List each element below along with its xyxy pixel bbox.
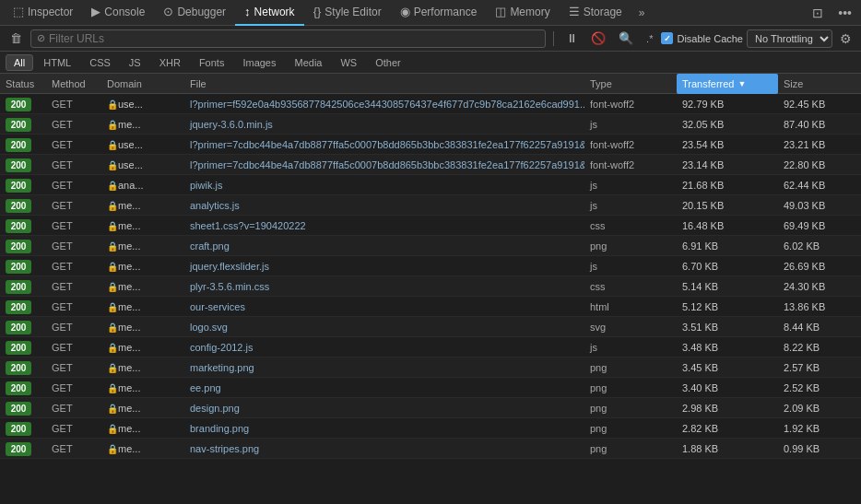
td-domain: 🔒 me... (101, 236, 184, 256)
td-domain: 🔒 me... (101, 357, 184, 378)
tab-console[interactable]: ▶ Console (82, 0, 154, 26)
th-method[interactable]: Method (46, 74, 101, 94)
tab-performance[interactable]: ◉ Performance (391, 0, 487, 26)
dock-button[interactable]: ⊡ (807, 4, 829, 22)
td-status: 200 (0, 276, 46, 297)
td-type: png (584, 439, 677, 459)
td-size: 22.80 KB (778, 155, 861, 175)
td-type: js (584, 195, 677, 216)
status-badge: 200 (6, 199, 31, 213)
clear-button[interactable]: 🗑 (6, 29, 27, 47)
td-method: GET (46, 398, 101, 418)
table-row[interactable]: 200 GET 🔒 me... plyr-3.5.6.min.css css 5… (0, 276, 861, 297)
table-row[interactable]: 200 GET 🔒 use... l?primer=f592e0a4b93568… (0, 94, 861, 114)
filter-input[interactable] (49, 32, 539, 45)
td-file: logo.svg (184, 317, 584, 337)
th-file[interactable]: File (184, 74, 584, 94)
status-badge: 200 (6, 219, 31, 233)
settings-gear-button[interactable]: ⚙ (836, 29, 855, 48)
table-row[interactable]: 200 GET 🔒 me... analytics.js js 20.15 KB… (0, 195, 861, 216)
td-method: GET (46, 216, 101, 236)
td-status: 200 (0, 216, 46, 236)
search-button[interactable]: 🔍 (614, 29, 638, 47)
throttle-select[interactable]: No Throttling (747, 29, 832, 48)
th-size[interactable]: Size (778, 74, 861, 94)
status-badge: 200 (6, 381, 31, 395)
th-domain[interactable]: Domain (101, 74, 184, 94)
tab-network[interactable]: ↕ Network (235, 0, 304, 26)
td-status: 200 (0, 398, 46, 418)
trash-icon: 🗑 (10, 31, 22, 45)
pause-button[interactable]: ⏸ (561, 29, 583, 47)
td-type: png (584, 357, 677, 378)
status-badge: 200 (6, 361, 31, 375)
table-row[interactable]: 200 GET 🔒 me... marketing.png png 3.45 K… (0, 357, 861, 378)
td-transferred: 5.14 KB (677, 276, 778, 297)
filter-css[interactable]: CSS (81, 54, 119, 71)
td-status: 200 (0, 418, 46, 439)
td-status: 200 (0, 175, 46, 195)
filter-images[interactable]: Images (234, 54, 284, 71)
table-row[interactable]: 200 GET 🔒 me... design.png png 2.98 KB 2… (0, 398, 861, 418)
console-icon: ▶ (91, 5, 100, 18)
status-badge: 200 (6, 321, 31, 334)
status-badge: 200 (6, 240, 31, 253)
td-status: 200 (0, 155, 46, 175)
table-row[interactable]: 200 GET 🔒 me... our-services html 5.12 K… (0, 297, 861, 317)
table-row[interactable]: 200 GET 🔒 use... l?primer=7cdbc44be4a7db… (0, 135, 861, 155)
td-domain: 🔒 me... (101, 195, 184, 216)
td-method: GET (46, 175, 101, 195)
tab-debugger[interactable]: ⊙ Debugger (154, 0, 235, 26)
performance-icon: ◉ (400, 5, 410, 18)
td-file: design.png (184, 398, 584, 418)
filter-html[interactable]: HTML (35, 54, 79, 71)
td-size: 24.30 KB (778, 276, 861, 297)
tab-inspector[interactable]: ⬚ Inspector (4, 0, 82, 26)
tab-memory[interactable]: ◫ Memory (486, 0, 559, 26)
td-transferred: 6.91 KB (677, 236, 778, 256)
lock-icon: 🔒 (107, 201, 118, 211)
filter-media[interactable]: Media (286, 54, 330, 71)
table-row[interactable]: 200 GET 🔒 me... ee.png png 3.40 KB 2.52 … (0, 378, 861, 398)
td-domain: 🔒 me... (101, 418, 184, 439)
table-row[interactable]: 200 GET 🔒 use... l?primer=7cdbc44be4a7db… (0, 155, 861, 175)
toolbar-divider (553, 31, 554, 46)
filter-all[interactable]: All (6, 54, 33, 71)
disable-cache-checkbox[interactable] (661, 32, 673, 44)
td-type: font-woff2 (584, 155, 677, 175)
lock-icon: 🔒 (107, 343, 118, 353)
tab-storage[interactable]: ☰ Storage (560, 0, 631, 26)
table-row[interactable]: 200 GET 🔒 me... jquery-3.6.0.min.js js 3… (0, 114, 861, 135)
more-options-button[interactable]: ••• (832, 4, 857, 22)
td-method: GET (46, 155, 101, 175)
inspector-icon: ⬚ (13, 5, 24, 18)
block-button[interactable]: 🚫 (586, 29, 610, 47)
filter-fonts[interactable]: Fonts (191, 54, 233, 71)
filter-xhr[interactable]: XHR (151, 54, 189, 71)
td-file: jquery-3.6.0.min.js (184, 114, 584, 135)
table-row[interactable]: 200 GET 🔒 ana... piwik.js js 21.68 KB 62… (0, 175, 861, 195)
td-status: 200 (0, 114, 46, 135)
td-type: js (584, 256, 677, 276)
filter-js[interactable]: JS (121, 54, 149, 71)
filter-input-wrap: ⊘ (30, 29, 546, 48)
table-row[interactable]: 200 GET 🔒 me... sheet1.css?v=190420222 c… (0, 216, 861, 236)
table-row[interactable]: 200 GET 🔒 me... branding.png png 2.82 KB… (0, 418, 861, 439)
th-transferred[interactable]: Transferred ▼ (677, 74, 778, 94)
filter-other[interactable]: Other (367, 54, 409, 71)
table-row[interactable]: 200 GET 🔒 me... config-2012.js js 3.48 K… (0, 337, 861, 357)
th-type[interactable]: Type (584, 74, 677, 94)
table-row[interactable]: 200 GET 🔒 me... nav-stripes.png png 1.88… (0, 439, 861, 459)
td-domain: 🔒 me... (101, 297, 184, 317)
filter-ws[interactable]: WS (332, 54, 365, 71)
td-type: png (584, 418, 677, 439)
regex-button[interactable]: .* (642, 31, 657, 46)
lock-icon: 🔒 (107, 404, 118, 414)
table-row[interactable]: 200 GET 🔒 me... logo.svg svg 3.51 KB 8.4… (0, 317, 861, 337)
table-row[interactable]: 200 GET 🔒 me... craft.png png 6.91 KB 6.… (0, 236, 861, 256)
th-status[interactable]: Status (0, 74, 46, 94)
tab-style-editor[interactable]: {} Style Editor (304, 0, 391, 26)
tab-more[interactable]: » (631, 0, 653, 26)
td-file: marketing.png (184, 357, 584, 378)
table-row[interactable]: 200 GET 🔒 me... jquery.flexslider.js js … (0, 256, 861, 276)
